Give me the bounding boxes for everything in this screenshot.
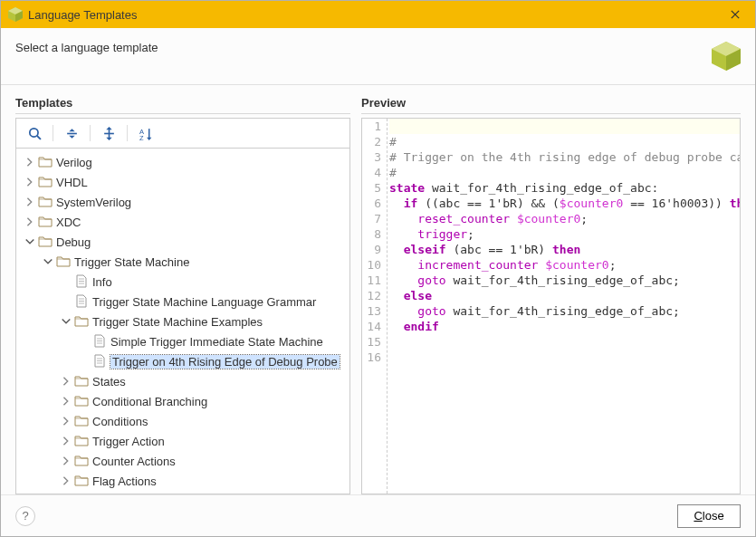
tree-item-label: Conditions: [92, 415, 148, 428]
chevron-right-icon[interactable]: [24, 196, 36, 208]
folder-icon: [74, 454, 89, 468]
tree-item-label: VHDL: [56, 176, 88, 189]
code-scroll[interactable]: ## Trigger on the 4th rising edge of deb…: [362, 119, 740, 494]
templates-header: Templates: [15, 96, 350, 114]
tree-item-states[interactable]: States: [16, 371, 349, 391]
chevron-right-icon[interactable]: [60, 475, 72, 487]
tree-twisty-none: [60, 275, 72, 288]
folder-icon: [74, 394, 89, 408]
tree-item-label: Trigger State Machine Examples: [92, 315, 263, 329]
tree-item-label: SystemVerilog: [56, 196, 131, 209]
tree-item-vhdl[interactable]: VHDL: [16, 172, 349, 192]
tree-item-condbr[interactable]: Conditional Branching: [16, 391, 349, 411]
chevron-right-icon[interactable]: [60, 375, 72, 388]
search-icon: [28, 127, 42, 140]
folder-icon: [38, 155, 53, 169]
tree-item-tsm[interactable]: Trigger State Machine: [16, 252, 349, 272]
tree-item-examples[interactable]: Trigger State Machine Examples: [16, 312, 349, 331]
code-line: elseif (abc == 1'bR) then: [389, 242, 740, 257]
title-bar[interactable]: Language Templates: [1, 1, 755, 28]
tree-item-simple[interactable]: Simple Trigger Immediate State Machine: [16, 331, 349, 351]
tree-item-label: Verilog: [56, 156, 92, 169]
code-viewer: 12345678910111213141516 ## Trigger on th…: [361, 118, 741, 494]
tree-item-label: Trigger State Machine: [74, 255, 189, 269]
collapse-all-button[interactable]: [59, 122, 84, 144]
window-title: Language Templates: [28, 8, 723, 22]
tree-item-trigact[interactable]: Trigger Action: [16, 431, 349, 451]
tree-item-xdc[interactable]: XDC: [16, 212, 349, 232]
chevron-down-icon[interactable]: [60, 315, 72, 328]
search-button[interactable]: [22, 122, 47, 144]
tree-item-info[interactable]: Info: [16, 272, 349, 292]
preview-header: Preview: [361, 96, 741, 114]
expand-all-icon: [102, 127, 116, 140]
code-line: goto wait_for_4th_rising_edge_of_abc;: [389, 273, 740, 288]
tree-item-flagact[interactable]: Flag Actions: [16, 471, 349, 491]
brand-logo-icon: [712, 42, 741, 71]
chevron-right-icon[interactable]: [60, 395, 72, 408]
tree-item-label: Conditional Branching: [92, 395, 207, 408]
tree-item-label: Counter Actions: [92, 455, 176, 468]
folder-icon: [38, 235, 53, 249]
code-line: reset_counter $counter0;: [389, 211, 740, 226]
tree-item-cntact[interactable]: Counter Actions: [16, 451, 349, 471]
chevron-down-icon[interactable]: [42, 255, 54, 268]
tree-item-label: Trigger Action: [92, 435, 165, 448]
code-line: goto wait_for_4th_rising_edge_of_abc;: [389, 303, 740, 319]
separator: [53, 125, 53, 141]
document-icon: [74, 274, 89, 289]
window-close-button[interactable]: [723, 5, 748, 24]
tree-item-systemverilog[interactable]: SystemVerilog: [16, 192, 349, 212]
folder-icon: [38, 175, 53, 189]
tree-item-label: States: [92, 375, 126, 388]
code-line: if ((abc == 1'bR) && ($counter0 == 16'h0…: [389, 196, 740, 211]
templates-pane: Templates Veril: [15, 96, 350, 494]
sort-az-icon: [139, 127, 153, 140]
tree-item-grammar[interactable]: Trigger State Machine Language Grammar: [16, 292, 349, 312]
chevron-right-icon[interactable]: [60, 415, 72, 427]
chevron-right-icon[interactable]: [24, 176, 36, 188]
chevron-right-icon[interactable]: [60, 455, 72, 467]
tree-item-label: Flag Actions: [92, 475, 157, 488]
templates-toolbar: [15, 118, 350, 149]
tree-item-label: Trigger on 4th Rising Edge of Debug Prob…: [110, 355, 340, 369]
tree-item-label: Simple Trigger Immediate State Machine: [110, 335, 323, 349]
chevron-right-icon[interactable]: [24, 216, 36, 228]
code-line: [389, 334, 740, 350]
collapse-all-icon: [65, 127, 79, 140]
sort-button[interactable]: [133, 122, 158, 144]
tree-twisty-none: [78, 355, 91, 368]
templates-tree-scroll[interactable]: VerilogVHDLSystemVerilogXDCDebugTrigger …: [16, 149, 349, 494]
close-button-mnemonic: C: [694, 509, 702, 523]
tree-item-verilog[interactable]: Verilog: [16, 152, 349, 172]
folder-icon: [38, 215, 53, 229]
close-button-rest: lose: [703, 509, 724, 523]
code-line: increment_counter $counter0;: [389, 257, 740, 273]
tree-item-debug[interactable]: Debug: [16, 232, 349, 252]
separator: [90, 125, 91, 141]
chevron-right-icon[interactable]: [24, 156, 36, 168]
code-line: endif: [389, 319, 740, 334]
document-icon: [92, 354, 107, 369]
code-line: # Trigger on the 4th rising edge of debu…: [389, 149, 740, 165]
chevron-right-icon[interactable]: [60, 435, 72, 447]
app-icon: [8, 7, 23, 22]
tree-item-label: Trigger State Machine Language Grammar: [92, 295, 316, 309]
code-line: state wait_for_4th_rising_edge_of_abc:: [389, 180, 740, 196]
tree-item-rising4[interactable]: Trigger on 4th Rising Edge of Debug Prob…: [16, 351, 349, 371]
chevron-down-icon[interactable]: [24, 235, 36, 248]
tree-item-conds[interactable]: Conditions: [16, 411, 349, 431]
dialog-window: Language Templates Select a language tem…: [0, 0, 756, 537]
tree-twisty-none: [60, 295, 72, 308]
expand-all-button[interactable]: [96, 122, 121, 144]
code-line: [389, 350, 740, 365]
prompt-text: Select a language template: [15, 41, 158, 54]
tree-twisty-none: [78, 335, 91, 348]
help-button[interactable]: ?: [15, 506, 35, 526]
folder-icon: [74, 474, 89, 488]
code-line: #: [389, 165, 740, 180]
close-button[interactable]: Close: [677, 504, 741, 528]
code-line: [389, 119, 740, 134]
document-icon: [92, 334, 107, 349]
separator: [127, 125, 128, 141]
